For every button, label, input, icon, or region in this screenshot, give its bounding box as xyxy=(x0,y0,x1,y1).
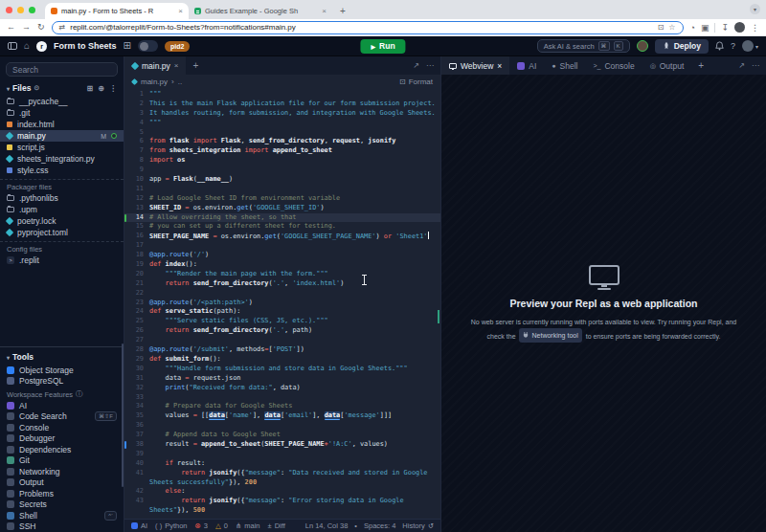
ask-ai-search-input[interactable]: Ask AI & search ⌘ K xyxy=(537,39,630,53)
file-row[interactable]: __pycache__ xyxy=(0,96,124,107)
code-line[interactable]: 32 print("Received form data:", data) xyxy=(124,384,440,393)
code-line[interactable]: 3It handles routing, form submission, an… xyxy=(124,109,440,119)
new-pane-tab-button[interactable]: + xyxy=(691,56,710,75)
code-line[interactable]: 5 xyxy=(124,128,440,138)
tool-item-postgresql[interactable]: PostgreSQL xyxy=(0,376,124,388)
code-line[interactable]: 19def index(): xyxy=(124,260,440,270)
close-window-button[interactable] xyxy=(6,7,12,13)
deploy-button[interactable]: Deploy xyxy=(655,39,709,54)
code-line[interactable]: 7from sheets_integration import append_t… xyxy=(124,146,440,156)
file-row[interactable]: poetry.lock xyxy=(0,215,124,227)
file-row[interactable]: style.css xyxy=(0,165,124,176)
browser-menu-icon[interactable]: ⋮ xyxy=(751,23,759,33)
code-line[interactable]: 30 """Handle form submission and store d… xyxy=(124,365,440,374)
maximize-window-button[interactable] xyxy=(29,7,35,13)
status-hist[interactable]: History↺ xyxy=(402,521,434,530)
site-info-icon[interactable]: ⇄ xyxy=(59,23,66,32)
code-line[interactable]: 43 return jsonify({"message": "Error sto… xyxy=(124,497,440,506)
code-line[interactable]: 39 xyxy=(124,450,440,459)
new-file-icon[interactable]: ⊞ xyxy=(87,84,94,93)
tool-item-problems[interactable]: Problems xyxy=(0,488,124,499)
code-line[interactable]: 9 xyxy=(124,166,440,175)
browser-tab[interactable]: Guides Example - Google Sh× xyxy=(189,3,332,19)
sidebar-toggle-icon[interactable] xyxy=(8,42,17,50)
code-line[interactable]: 21 return send_from_directory('.', 'inde… xyxy=(124,279,440,289)
tool-item-ai[interactable]: AI xyxy=(0,400,124,411)
download-icon[interactable]: ↧ xyxy=(721,23,729,33)
file-row[interactable]: .git xyxy=(0,107,124,119)
tool-item-console[interactable]: Console xyxy=(0,422,124,433)
code-line[interactable]: 14# Allow overriding the sheet, so that xyxy=(124,213,440,223)
code-line[interactable]: 40 if result: xyxy=(124,459,440,469)
code-line[interactable]: 16SHEET_PAGE_NAME = os.environ.get('GOOG… xyxy=(124,232,440,241)
code-line[interactable]: 24def serve_static(path): xyxy=(124,307,440,317)
code-line[interactable]: 12# Load Google Sheet ID from environmen… xyxy=(124,194,440,204)
reload-icon[interactable]: ↻ xyxy=(37,23,45,32)
tab-search-button[interactable]: ▾ xyxy=(750,4,760,14)
url-text[interactable]: replit.com/@talorreplit/Form-to-Sheets?f… xyxy=(70,23,652,32)
file-row[interactable]: index.html xyxy=(0,119,124,130)
bookmark-star-icon[interactable]: ☆ xyxy=(668,23,675,32)
breadcrumb[interactable]: main.py › .. ⊡ Format xyxy=(124,75,440,88)
code-line[interactable]: 1""" xyxy=(124,90,440,100)
tab-output[interactable]: ◎Output xyxy=(642,56,692,75)
pane-menu-icon[interactable]: ⋯ xyxy=(752,61,759,70)
tab-ai[interactable]: AI xyxy=(509,56,544,75)
new-editor-tab-button[interactable]: + xyxy=(186,56,205,75)
expand-pane-icon[interactable]: ↗ xyxy=(413,61,419,70)
tools-section-header[interactable]: ▾ Tools xyxy=(0,349,124,365)
expand-pane-icon[interactable]: ↗ xyxy=(738,61,745,70)
extensions-icon[interactable]: ▣ xyxy=(701,23,710,33)
code-line[interactable]: 8import os xyxy=(124,156,440,166)
networking-tool-badge[interactable]: Networking tool xyxy=(519,328,581,343)
status-dot[interactable]: • xyxy=(354,521,357,530)
eye-icon[interactable]: ⊙ xyxy=(34,84,39,92)
close-icon[interactable]: × xyxy=(497,61,502,71)
code-line[interactable]: 28@app.route('/submit', methods=['POST']… xyxy=(124,345,440,355)
status-diff[interactable]: ±Diff xyxy=(268,521,285,530)
code-line[interactable]: 17 xyxy=(124,241,440,251)
user-menu[interactable]: ▾ xyxy=(742,40,758,52)
tab-main-py[interactable]: main.py × xyxy=(124,56,186,75)
status-branch[interactable]: ⋔main xyxy=(236,521,260,530)
code-line[interactable]: Sheets"}), 500 xyxy=(124,506,440,516)
code-line[interactable]: 6from flask import Flask, send_from_dire… xyxy=(124,137,440,146)
tool-item-shell[interactable]: Shell^` xyxy=(0,510,124,521)
files-section-header[interactable]: ▾ Files ⊙ ⊞ ⊕ ⋮ xyxy=(0,80,124,96)
tool-item-git[interactable]: Git xyxy=(0,455,124,467)
code-line[interactable]: 29def submit_form(): xyxy=(124,355,440,365)
code-line[interactable]: 41 return jsonify({"message": "Data rece… xyxy=(124,469,440,478)
tab-console[interactable]: >_Console xyxy=(585,56,642,75)
new-folder-icon[interactable]: ⊕ xyxy=(98,84,104,93)
status-spaces[interactable]: Spaces: 4 xyxy=(364,521,395,530)
code-line[interactable]: 20 """Render the main page with the form… xyxy=(124,270,440,279)
code-line[interactable]: 38 result = append_to_sheet(SHEET_PAGE_N… xyxy=(124,440,440,450)
file-row[interactable]: >.replit xyxy=(0,255,124,266)
code-line[interactable]: 26 return send_from_directory('.', path) xyxy=(124,326,440,336)
code-line[interactable]: Sheets successfully"}), 200 xyxy=(124,478,440,488)
close-icon[interactable]: × xyxy=(174,61,179,70)
status-pos[interactable]: Ln 14, Col 38 xyxy=(305,521,349,530)
sidebar-scrollbar[interactable] xyxy=(122,344,124,487)
forward-icon[interactable]: → xyxy=(22,23,31,32)
files-menu-icon[interactable]: ⋮ xyxy=(109,84,117,93)
code-line[interactable]: 33 xyxy=(124,393,440,403)
file-row[interactable]: .pythonlibs xyxy=(0,192,124,204)
tool-item-debugger[interactable]: Debugger xyxy=(0,433,124,445)
status-warn[interactable]: △0 xyxy=(215,521,228,530)
install-icon[interactable]: ⊡ xyxy=(658,23,665,32)
new-tab-button[interactable]: + xyxy=(332,6,353,19)
breadcrumb-file[interactable]: main.py xyxy=(141,78,168,86)
workspace-title[interactable]: Form to Sheets xyxy=(54,41,117,51)
tool-item-ssh[interactable]: SSH xyxy=(0,521,124,532)
tool-item-networking[interactable]: Networking xyxy=(0,466,124,477)
code-line[interactable]: 23@app.route('/<path:path>') xyxy=(124,299,440,308)
code-line[interactable]: 42 else: xyxy=(124,487,440,497)
address-bar[interactable]: ⇄ replit.com/@talorreplit/Form-to-Sheets… xyxy=(52,21,684,34)
code-line[interactable]: 11 xyxy=(124,185,440,194)
breadcrumb-rest[interactable]: .. xyxy=(178,78,182,86)
file-row[interactable]: main.pyM xyxy=(0,130,124,142)
minimize-window-button[interactable] xyxy=(17,7,24,13)
browser-tab[interactable]: main.py - Form to Sheets - R× xyxy=(45,3,189,19)
code-line[interactable]: 36 xyxy=(124,421,440,431)
